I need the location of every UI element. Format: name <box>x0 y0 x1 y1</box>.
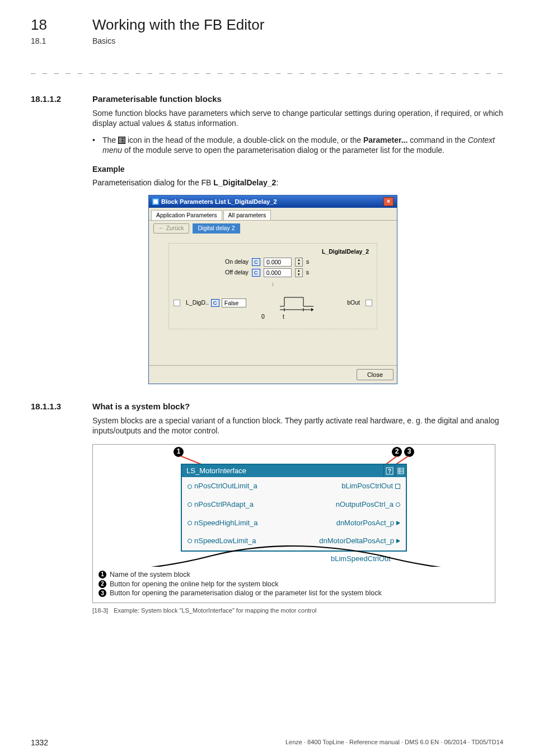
system-block-name: LS_MotorInterface <box>182 465 383 478</box>
svg-text:?: ? <box>387 468 391 474</box>
off-delay-input[interactable]: 0.000 <box>264 268 292 277</box>
output-port <box>395 484 400 489</box>
help-icon[interactable]: ? <box>383 465 395 478</box>
body-paragraph: Some function blocks have parameters whi… <box>92 109 503 129</box>
breadcrumb[interactable]: Digital delay 2 <box>193 223 241 233</box>
legend-text: Button for opening the online help for t… <box>110 580 279 589</box>
parameter-icon <box>118 137 125 144</box>
on-delay-spinner[interactable]: ▲▼ <box>295 258 303 267</box>
back-button[interactable]: ← Zurück <box>153 223 189 233</box>
app-icon <box>152 198 159 205</box>
fb-instance-name: L_DigitalDelay_2 <box>174 248 372 255</box>
parameter-dialog: Block Parameters List L_DigitalDelay_2 ×… <box>148 195 397 384</box>
heading-number: 18.1.1.3 <box>31 401 92 412</box>
input-port <box>188 502 192 507</box>
tab-application-parameters[interactable]: Application Parameters <box>151 210 222 220</box>
input-label: nPosCtrlPAdapt_a <box>194 500 254 510</box>
on-delay-input[interactable]: 0.000 <box>264 258 292 267</box>
footer-text: Lenze · 8400 TopLine · Reference manual … <box>285 738 503 748</box>
timing-chart-icon <box>279 294 315 312</box>
axis-label: t <box>283 313 284 320</box>
heading-number: 18.1.1.2 <box>31 94 92 104</box>
page-number: 1332 <box>31 738 48 748</box>
output-port <box>366 300 372 306</box>
heading-title: What is a system block? <box>92 401 190 412</box>
output-port <box>396 502 400 507</box>
arrow-down-icon: ↓ <box>174 279 372 287</box>
legend-bullet-3: 3 <box>99 589 106 597</box>
heading-title: Parameterisable function blocks <box>92 94 222 104</box>
svg-rect-6 <box>153 199 158 204</box>
output-port <box>396 521 400 525</box>
section-number: 18.1 <box>31 36 92 46</box>
legend-bullet-1: 1 <box>99 571 106 578</box>
code-link[interactable]: C <box>211 299 219 307</box>
legend-bullet-2: 2 <box>99 580 106 588</box>
section-title: Basics <box>92 36 115 46</box>
magnifier-curve <box>93 533 495 567</box>
legend-text: Name of the system block <box>110 570 190 580</box>
input-port <box>188 484 192 489</box>
parameter-icon[interactable] <box>395 465 406 478</box>
off-delay-label: Off delay <box>225 269 249 276</box>
output-label: nOutputPosCtrl_a <box>336 500 394 510</box>
figure-caption: Example: System block "LS_MotorInterface… <box>114 606 316 614</box>
body-paragraph: System blocks are a special variant of a… <box>92 416 503 436</box>
bullet-text: The icon in the head of the module, a do… <box>102 136 503 156</box>
unit-label: s <box>306 258 309 265</box>
chapter-title: Working with the FB Editor <box>92 16 264 34</box>
input-name: L_DigD.. <box>186 299 209 306</box>
axis-label: 0 <box>261 313 265 320</box>
unit-label: s <box>306 269 309 276</box>
off-delay-spinner[interactable]: ▲▼ <box>295 268 303 277</box>
figure-box: 1 2 3 LS_MotorInterface ? <box>92 444 495 604</box>
tab-all-parameters[interactable]: All parameters <box>223 210 271 220</box>
input-label: nPosCtrlOutLimit_a <box>194 482 257 491</box>
input-value: False <box>222 298 246 307</box>
close-icon[interactable]: × <box>383 197 394 206</box>
chapter-number: 18 <box>31 16 92 34</box>
bullet-dot: • <box>92 136 102 156</box>
divider: _ _ _ _ _ _ _ _ _ _ _ _ _ _ _ _ _ _ _ _ … <box>31 64 503 74</box>
input-port <box>174 300 180 306</box>
example-text: Parameterisation dialog for the FB L_Dig… <box>92 178 503 188</box>
output-name: bOut <box>347 299 360 306</box>
on-delay-label: On delay <box>225 258 249 265</box>
input-label: nSpeedHighLimit_a <box>194 519 257 528</box>
input-port <box>188 521 192 525</box>
example-heading: Example <box>92 165 503 175</box>
svg-marker-10 <box>311 308 313 311</box>
legend-text: Button for opening the parameterisation … <box>110 589 382 598</box>
code-link[interactable]: C <box>252 258 260 266</box>
output-label: dnMotorPosAct_p <box>336 519 394 528</box>
close-button[interactable]: Close <box>357 369 394 380</box>
code-link[interactable]: C <box>252 269 260 277</box>
output-label: bLimPosCtrlOut <box>341 482 393 491</box>
dialog-title: Block Parameters List L_DigitalDelay_2 <box>161 198 383 206</box>
figure-number: [18-3] <box>92 606 108 614</box>
